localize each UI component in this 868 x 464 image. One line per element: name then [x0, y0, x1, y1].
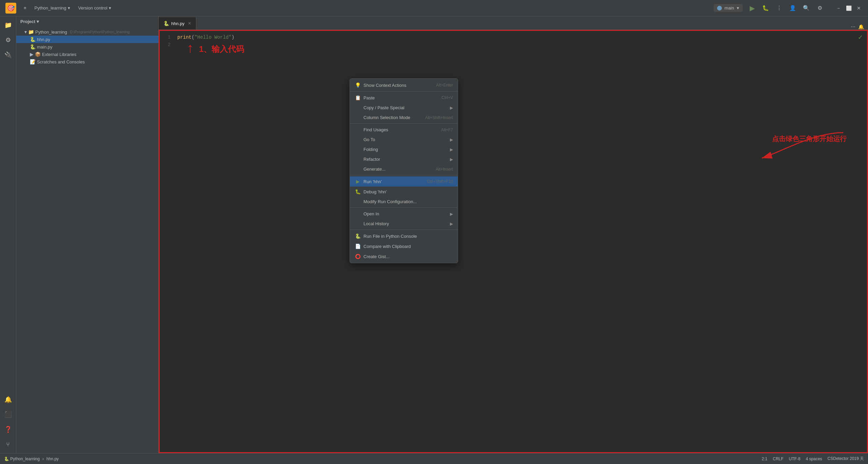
project-arrow: ▾: [68, 5, 70, 11]
tree-item-scratches[interactable]: 📝 Scratches and Consoles: [16, 58, 158, 65]
tree-label-external-libs: External Libraries: [42, 52, 76, 57]
menu-show-context-shortcut: Alt+Enter: [436, 83, 453, 88]
tree-label-main: main.py: [37, 44, 53, 50]
annotation-2: 点击绿色三角形开始运行: [772, 134, 847, 143]
menu-find-label: Find Usages: [363, 127, 388, 132]
folding-arrow: ▶: [450, 147, 453, 152]
menu-compare-label: Compare with Clipboard: [363, 244, 411, 249]
menu-generate-label: Generate...: [363, 167, 386, 172]
line-num-2: 2: [160, 41, 171, 49]
menu-run-left: ▶ Run 'hhn': [355, 179, 382, 184]
debug-button[interactable]: 🐛: [762, 4, 770, 12]
tree-item-hhn[interactable]: 🐍 hhn.py: [16, 36, 158, 43]
tree-item-external-libs[interactable]: ▶ 📦 External Libraries: [16, 51, 158, 58]
separator-3: [350, 175, 458, 175]
menu-column-selection[interactable]: Column Selection Mode Alt+Shift+Insert: [350, 113, 458, 122]
expand-external-icon: ▶: [30, 52, 34, 57]
tree-item-python-learning[interactable]: ▾ 📁 Python_learning D:\Program\Python\Py…: [16, 28, 158, 36]
menu-show-context-label: Show Context Actions: [363, 83, 406, 88]
menu-copy-paste-special[interactable]: Copy / Paste Special ▶: [350, 103, 458, 113]
plugins-icon[interactable]: 🔌: [2, 49, 14, 61]
tab-more-icon[interactable]: ⋯: [851, 24, 855, 30]
statusbar-project[interactable]: 🐍 Python_learning: [4, 457, 40, 461]
statusbar: 🐍 Python_learning › hhn.py 2:1 CRLF UTF-…: [0, 453, 868, 464]
run-button[interactable]: ▶: [748, 4, 756, 12]
statusbar-file[interactable]: hhn.py: [46, 457, 59, 461]
scratches-icon: 📝: [30, 59, 36, 64]
code-paren-close: ): [232, 34, 234, 41]
statusbar-encoding[interactable]: UTF-8: [789, 457, 801, 461]
menu-find-usages[interactable]: Find Usages Alt+F7: [350, 125, 458, 135]
search-button[interactable]: 🔍: [802, 4, 810, 12]
menu-go-to[interactable]: Go To ▶: [350, 135, 458, 144]
notifications-icon[interactable]: 🔔: [2, 393, 14, 406]
project-menu[interactable]: Python_learning ▾: [31, 4, 74, 12]
tab-actions: ⋯ 🔔: [847, 24, 868, 30]
code-fn-print: print: [177, 34, 192, 41]
sidebar-header[interactable]: Project ▾: [16, 16, 158, 27]
open-in-arrow: ▶: [450, 212, 453, 216]
vcs-menu[interactable]: Version control ▾: [75, 4, 115, 12]
menu-paste[interactable]: 📋 Paste Ctrl+V: [350, 93, 458, 103]
expand-icon: ▾: [24, 29, 27, 35]
editor-tab-hhn[interactable]: 🐍 hhn.py ✕: [159, 17, 196, 30]
sidebar: Project ▾ ▾ 📁 Python_learning D:\Program…: [16, 16, 159, 453]
statusbar-indent[interactable]: 4 spaces: [806, 457, 822, 461]
tab-close-hhn[interactable]: ✕: [188, 21, 191, 26]
menu-run-python-label: Run File in Python Console: [363, 234, 417, 239]
tree-label-scratches: Scratches and Consoles: [37, 59, 85, 64]
hamburger-button[interactable]: ≡: [20, 4, 30, 12]
menu-open-in[interactable]: Open In ▶: [350, 209, 458, 219]
tab-icon-hhn: 🐍: [163, 21, 169, 26]
menu-run-label: Run 'hhn': [363, 179, 382, 184]
editor-content[interactable]: 1 2 print ( "Hello World" ) ✓ ↑ 1、输入代码: [159, 30, 868, 453]
statusbar-crlf[interactable]: CRLF: [773, 457, 783, 461]
menu-copy-paste-label: Copy / Paste Special: [363, 105, 405, 110]
statusbar-right: 2:1 CRLF UTF-8 4 spaces CSDetector 2019 …: [762, 456, 864, 462]
menu-open-in-left: Open In: [355, 211, 379, 216]
profile-button[interactable]: 👤: [789, 4, 797, 12]
code-area[interactable]: print ( "Hello World" ): [173, 31, 867, 452]
menu-refactor[interactable]: Refactor ▶: [350, 154, 458, 164]
statusbar-position: 2:1: [762, 457, 768, 461]
menu-compare-clipboard[interactable]: 📄 Compare with Clipboard: [350, 241, 458, 251]
tree-label-hhn: hhn.py: [37, 37, 50, 42]
menu-create-gist[interactable]: ⭕ Create Gist...: [350, 251, 458, 262]
separator-4: [350, 208, 458, 208]
hamburger-icon: ≡: [24, 5, 26, 11]
icon-bar: 📁 ⚙ 🔌 🔔 ⬛ ❓ ⑂: [0, 16, 16, 453]
statusbar-breadcrumb-sep: ›: [42, 457, 44, 461]
project-label: Python_learning: [35, 5, 66, 11]
project-icon[interactable]: 📁: [2, 19, 14, 31]
separator-1: [350, 91, 458, 92]
menu-debug-hhn[interactable]: 🐛 Debug 'hhn': [350, 187, 458, 197]
menu-run-hhn[interactable]: ▶ Run 'hhn' Ctrl+Shift+F10: [350, 176, 458, 187]
minimize-button[interactable]: −: [835, 4, 842, 12]
menu-local-history[interactable]: Local History ▶: [350, 219, 458, 229]
git-icon[interactable]: ⑂: [2, 438, 14, 450]
help-icon[interactable]: ❓: [2, 423, 14, 436]
settings-button[interactable]: ⚙: [816, 4, 824, 12]
run-config[interactable]: main ▾: [714, 4, 743, 12]
tab-notification-icon[interactable]: 🔔: [858, 24, 864, 30]
menu-run-python-console[interactable]: 🐍 Run File in Python Console: [350, 231, 458, 241]
menu-generate[interactable]: Generate... Alt+Insert: [350, 164, 458, 174]
commit-icon[interactable]: ⚙: [2, 34, 14, 46]
more-button[interactable]: ⋮: [775, 4, 783, 12]
terminal-icon[interactable]: ⬛: [2, 408, 14, 421]
separator-2: [350, 123, 458, 124]
menu-show-context-actions[interactable]: 💡 Show Context Actions Alt+Enter: [350, 80, 458, 90]
maximize-button[interactable]: ⬜: [845, 4, 852, 12]
menu-local-history-left: Local History: [355, 221, 389, 226]
local-history-arrow: ▶: [450, 221, 453, 226]
menu-generate-shortcut: Alt+Insert: [436, 167, 453, 172]
menu-folding[interactable]: Folding ▶: [350, 144, 458, 154]
copy-paste-arrow: ▶: [450, 105, 453, 110]
menu-modify-run[interactable]: Modify Run Configuration...: [350, 197, 458, 207]
debug-icon: 🐛: [355, 189, 361, 194]
tab-filename-hhn: hhn.py: [171, 21, 184, 26]
tree-item-main[interactable]: 🐍 main.py: [16, 43, 158, 51]
refactor-arrow: ▶: [450, 157, 453, 162]
close-button[interactable]: ✕: [855, 4, 863, 12]
sidebar-title: Project ▾: [20, 19, 39, 24]
